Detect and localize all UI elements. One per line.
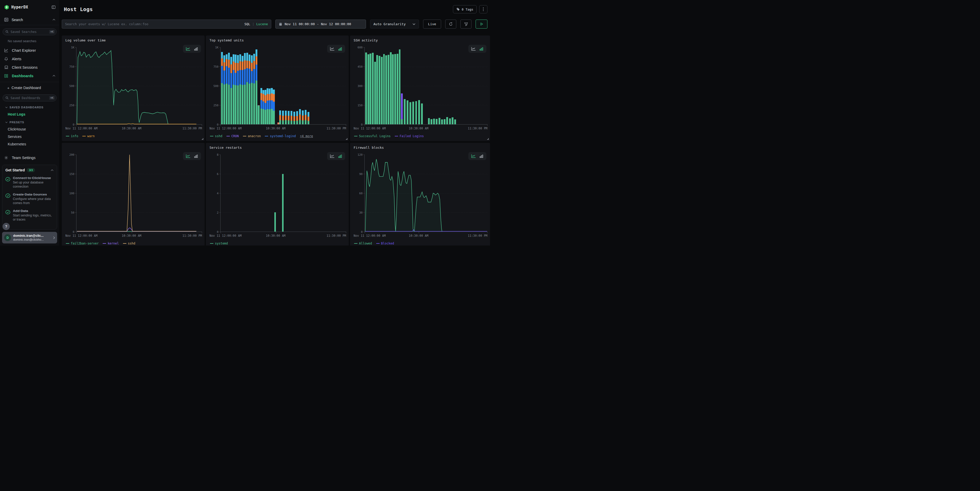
bar-segment bbox=[277, 122, 279, 124]
chart-type-toggle bbox=[468, 45, 487, 53]
panel-resize-handle[interactable] bbox=[346, 138, 347, 140]
chart-legend: fail2ban-serverkernelsshd bbox=[66, 242, 135, 245]
x-tick-label-mid: 10:30:00 AM bbox=[409, 234, 428, 238]
bar-chart-toggle-button[interactable] bbox=[479, 154, 484, 158]
legend-item[interactable]: sshd bbox=[123, 242, 135, 245]
get-started-step-add-data[interactable]: Add Data Start sending logs, metrics, or… bbox=[5, 208, 54, 222]
chart-explorer-icon bbox=[4, 48, 8, 52]
sidebar-collapse-icon[interactable] bbox=[51, 5, 56, 9]
kebab-menu-button[interactable] bbox=[479, 5, 487, 13]
legend-item[interactable]: +4 more bbox=[300, 134, 313, 138]
y-tick-label: 2 bbox=[217, 211, 218, 215]
saved-dashboards-input[interactable]: ⌘K bbox=[3, 94, 57, 102]
legend-item[interactable]: Blocked bbox=[376, 242, 394, 245]
legend-item[interactable]: warn bbox=[82, 134, 95, 138]
legend-dash bbox=[82, 136, 86, 137]
sidebar-item-host-logs[interactable]: Host Logs bbox=[8, 112, 59, 116]
main-content: Host Logs 0 Tags SQL | Lucene Nov 11 00:… bbox=[59, 0, 490, 246]
chart-bar bbox=[269, 89, 270, 124]
line-chart-toggle-button[interactable] bbox=[471, 154, 476, 158]
saved-searches-input[interactable]: ⌘K bbox=[3, 28, 57, 35]
bar-chart-toggle-button[interactable] bbox=[194, 154, 198, 158]
bar-segment bbox=[235, 85, 237, 124]
legend-item[interactable]: kernel bbox=[103, 242, 119, 245]
chart-legend: Successful LoginsFailed Logins bbox=[354, 134, 424, 138]
search-input[interactable] bbox=[62, 22, 271, 26]
line-chart-icon bbox=[186, 154, 191, 158]
sidebar-item-dashboards[interactable]: Dashboards bbox=[0, 72, 59, 80]
help-button[interactable]: ? bbox=[3, 223, 10, 230]
bar-segment bbox=[251, 63, 253, 71]
tags-button[interactable]: 0 Tags bbox=[453, 5, 477, 13]
panel-title: Firewall blocks bbox=[353, 146, 384, 149]
y-tick: 90 bbox=[359, 172, 364, 176]
lucene-toggle[interactable]: Lucene bbox=[256, 22, 268, 26]
legend-item[interactable]: systemd-logind bbox=[265, 134, 296, 138]
sidebar-item-search[interactable]: Search bbox=[0, 17, 59, 25]
date-range-picker[interactable]: Nov 11 00:00:00 - Nov 12 00:00:00 bbox=[275, 19, 366, 29]
y-tick: 0 bbox=[73, 123, 76, 126]
sidebar-item-client-sessions[interactable]: Client Sessions bbox=[0, 63, 59, 72]
chevron-up-icon[interactable] bbox=[52, 75, 56, 77]
section-saved-dashboards[interactable]: SAVED DASHBOARDS bbox=[5, 106, 59, 109]
legend-item[interactable]: Allowed bbox=[354, 242, 372, 245]
y-tick: 120 bbox=[358, 153, 364, 156]
bar-segment bbox=[251, 55, 253, 62]
bar-segment bbox=[230, 64, 232, 73]
legend-dash bbox=[210, 243, 213, 244]
bar-segment bbox=[246, 53, 248, 61]
chevron-up-icon[interactable] bbox=[51, 169, 54, 172]
sidebar-item-clickhouse[interactable]: ClickHouse bbox=[8, 127, 59, 131]
bar-segment bbox=[368, 54, 369, 124]
legend-item[interactable]: info bbox=[66, 134, 78, 138]
bar-segment bbox=[388, 55, 390, 124]
create-dashboard-button[interactable]: + Create Dashboard bbox=[0, 84, 59, 91]
legend-item[interactable]: anacron bbox=[243, 134, 261, 138]
sql-toggle[interactable]: SQL bbox=[245, 22, 250, 26]
legend-item[interactable]: Failed Logins bbox=[395, 134, 424, 138]
line-chart-toggle-button[interactable] bbox=[186, 47, 191, 51]
legend-item[interactable]: CRON bbox=[226, 134, 239, 138]
chevron-up-icon[interactable] bbox=[52, 19, 56, 21]
bar-chart-toggle-button[interactable] bbox=[338, 154, 342, 158]
sidebar-item-services[interactable]: Services bbox=[8, 135, 59, 139]
user-profile-chip[interactable]: D dominic.tran@clic... dominic.tran@clic… bbox=[2, 232, 57, 243]
step-title: Connect to ClickHouse bbox=[13, 176, 51, 180]
run-query-button[interactable] bbox=[476, 19, 487, 29]
line-chart-toggle-button[interactable] bbox=[330, 154, 334, 158]
bar-segment bbox=[221, 52, 223, 59]
legend-item[interactable]: sshd bbox=[210, 134, 222, 138]
get-started-step-sources[interactable]: Create Data Sources Configure where your… bbox=[5, 192, 54, 205]
chart-bar bbox=[282, 174, 283, 232]
sidebar-item-kubernetes[interactable]: Kubernetes bbox=[8, 142, 59, 146]
bar-segment bbox=[256, 65, 257, 80]
legend-item[interactable]: Successful Logins bbox=[354, 134, 391, 138]
sidebar-item-chart-explorer[interactable]: Chart Explorer bbox=[0, 46, 59, 54]
line-chart-toggle-button[interactable] bbox=[330, 47, 334, 51]
legend-item[interactable]: fail2ban-server bbox=[66, 242, 99, 245]
panel-resize-handle[interactable] bbox=[487, 138, 489, 140]
bar-segment bbox=[244, 60, 246, 69]
bar-chart-toggle-button[interactable] bbox=[194, 47, 198, 51]
sidebar-item-alerts[interactable]: Alerts bbox=[0, 54, 59, 63]
get-started-step-connect[interactable]: Connect to ClickHouse Set up your databa… bbox=[5, 175, 54, 189]
chevron-down-icon bbox=[5, 121, 8, 123]
line-chart-toggle-button[interactable] bbox=[471, 47, 476, 51]
legend-item[interactable]: systemd bbox=[210, 242, 228, 245]
refresh-button[interactable] bbox=[445, 19, 456, 29]
bar-chart-toggle-button[interactable] bbox=[479, 47, 484, 51]
sidebar-item-label: Chart Explorer bbox=[12, 48, 36, 52]
granularity-select[interactable]: Auto Granularity bbox=[370, 19, 419, 29]
bar-segment bbox=[269, 89, 270, 94]
dashboard-panel: 200150100500 Nov 11 12:00:00 AM 10:30:00… bbox=[62, 143, 205, 246]
saved-searches-field[interactable] bbox=[11, 30, 47, 34]
live-button[interactable]: Live bbox=[423, 19, 441, 29]
line-chart-toggle-button[interactable] bbox=[186, 154, 191, 158]
filter-button[interactable] bbox=[460, 19, 471, 29]
saved-dashboards-field[interactable] bbox=[11, 96, 47, 100]
bar-chart-toggle-button[interactable] bbox=[338, 47, 342, 51]
chart-bar bbox=[239, 54, 241, 124]
panel-resize-handle[interactable] bbox=[202, 138, 203, 140]
section-presets[interactable]: PRESETS bbox=[5, 121, 59, 124]
sidebar-item-team-settings[interactable]: Team Settings bbox=[0, 153, 59, 162]
